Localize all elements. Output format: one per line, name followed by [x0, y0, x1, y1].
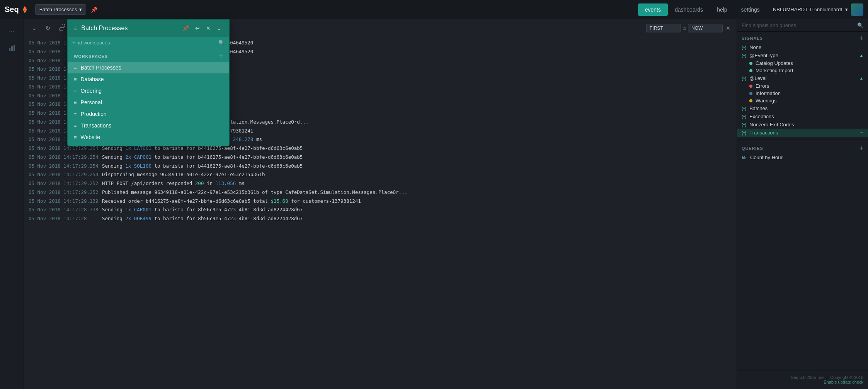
sidebar-ellipsis[interactable]: ··· [4, 24, 20, 38]
popup-item-website[interactable]: ≡ Website [68, 131, 229, 143]
nav-events[interactable]: events [638, 3, 668, 16]
signals-section-header: SIGNALS + [737, 32, 868, 43]
log-row: 05 Nov 2018 14:17:29.252 HTTP POST /api/… [24, 179, 737, 188]
popup-item-production[interactable]: ≡ Production [68, 108, 229, 120]
username-label: NBLUMHARDT-TP\nblumhardt [773, 7, 842, 12]
popup-actions: 📌 ↩ ✕ ⌄ [181, 24, 223, 32]
right-search-icon: 🔍 [857, 22, 863, 28]
refresh-btn[interactable]: ↻ [42, 23, 53, 33]
time-from-input[interactable] [646, 24, 681, 32]
time-range: to ✕ [646, 24, 732, 32]
signal-none-label: None [749, 44, 863, 50]
popup-close-btn[interactable]: ✕ [204, 24, 212, 32]
marketing-import-label: Marketing Import [756, 68, 793, 73]
popup-title-icon: ≡ [74, 25, 77, 32]
pin-workspace-icon[interactable]: 📌 [89, 5, 99, 14]
collapse-btn[interactable]: ⌄ [29, 23, 40, 33]
update-check-link[interactable]: Enable update check [824, 380, 863, 384]
signal-catalog-updates[interactable]: Catalog Updates [737, 59, 868, 67]
errors-label: Errors [756, 83, 769, 89]
popup-item-personal[interactable]: ≡ Personal [68, 97, 229, 108]
right-search-input[interactable] [742, 22, 854, 28]
signal-level[interactable]: (•) @Level ▲ [737, 74, 868, 82]
popup-undo-btn[interactable]: ↩ [194, 24, 201, 32]
popup-item-ordering[interactable]: ≡ Ordering [68, 85, 229, 97]
level-collapse-btn[interactable]: ▲ [859, 76, 863, 80]
log-row: 05 Nov 2018 14:17:29.252 Published messa… [24, 188, 737, 197]
link-btn[interactable] [56, 22, 69, 34]
signal-warnings[interactable]: Warnings [737, 97, 868, 104]
popup-collapse-btn[interactable]: ⌄ [215, 24, 223, 32]
popup-item-icon: ≡ [74, 123, 77, 129]
workspace-selector-arrow: ▾ [79, 7, 82, 12]
logo-text: Seq [5, 5, 19, 14]
panel-footer: Seq 5.0.2265-pre — Copyright © 2018 Enab… [737, 370, 868, 389]
workspace-selector[interactable]: Batch Processes ▾ [35, 4, 87, 15]
popup-item-icon: ≡ [74, 100, 77, 105]
svg-rect-6 [745, 157, 746, 159]
log-row: 05 Nov 2018 14:17:28.738 Sending 1x CAP0… [24, 206, 737, 214]
svg-rect-0 [9, 48, 10, 51]
log-row: 05 Nov 2018 14:17:29.254 Sending 1x SOL1… [24, 162, 737, 171]
signal-level-label: @Level [749, 75, 856, 81]
panel-divider [737, 139, 868, 139]
popup-item-database[interactable]: ≡ Database [68, 73, 229, 85]
signal-nonzero[interactable]: (•) Nonzero Exit Codes [737, 121, 868, 129]
sidebar-narrow: ··· [0, 19, 24, 389]
popup-item-icon: ≡ [74, 134, 77, 140]
add-signal-btn[interactable]: + [859, 35, 863, 42]
signal-none[interactable]: (•) None [737, 43, 868, 51]
query-count-by-hour[interactable]: Count by Hour [737, 153, 868, 161]
signal-eventtype-label: @EventType [749, 53, 856, 58]
nav-settings[interactable]: settings [734, 3, 767, 16]
username-arrow: ▾ [845, 7, 848, 12]
sidebar-chart-icon[interactable] [4, 41, 20, 55]
topbar: Seq Batch Processes ▾ 📌 events dashboard… [0, 0, 868, 19]
errors-dot [749, 85, 752, 88]
right-panel: 🔍 SIGNALS + (•) None (•) @EventType ▲ Ca… [737, 19, 868, 389]
nav-help[interactable]: help [710, 3, 734, 16]
add-query-btn[interactable]: + [859, 145, 863, 152]
popup-item-icon: ≡ [74, 111, 77, 117]
signal-eventtype[interactable]: (•) @EventType ▲ [737, 51, 868, 59]
popup-search-icon: 🔍 [218, 40, 225, 46]
svg-rect-4 [743, 157, 744, 159]
queries-section-header: QUERIES + [737, 142, 868, 153]
version-label: Seq 5.0.2265-pre — Copyright © 2018 [742, 375, 863, 380]
signal-nonzero-label: Nonzero Exit Codes [749, 122, 863, 127]
time-to-input[interactable] [688, 24, 723, 32]
svg-rect-2 [14, 45, 15, 51]
signal-transactions[interactable]: (•) Transactions ✏ [737, 129, 868, 137]
signal-eventtype-radio: (•) [742, 53, 746, 58]
signal-batches[interactable]: (•) Batches [737, 104, 868, 112]
eventtype-collapse-btn[interactable]: ▲ [859, 53, 863, 58]
nav-dashboards[interactable]: dashboards [668, 3, 710, 16]
app-logo: Seq [5, 5, 29, 14]
popup-pin-btn[interactable]: 📌 [181, 24, 191, 32]
popup-item-label: Batch Processes [81, 65, 121, 71]
transactions-edit-btn[interactable]: ✏ [860, 130, 863, 135]
catalog-updates-dot [749, 62, 752, 65]
signal-errors[interactable]: Errors [737, 82, 868, 90]
information-dot [749, 92, 752, 95]
popup-item-label: Transactions [81, 122, 112, 129]
popup-header: ≡ Batch Processes 📌 ↩ ✕ ⌄ [68, 20, 229, 37]
user-section: NBLUMHARDT-TP\nblumhardt ▾ [773, 3, 863, 16]
popup-item-icon: ≡ [74, 65, 77, 71]
user-avatar[interactable] [851, 3, 863, 16]
popup-item-batch-processes[interactable]: ≡ Batch Processes [68, 62, 229, 73]
queries-label: QUERIES [742, 146, 763, 151]
popup-item-label: Database [81, 76, 104, 82]
popup-add-workspace-btn[interactable]: + [219, 52, 223, 60]
signal-information[interactable]: Information [737, 90, 868, 97]
signal-exceptions[interactable]: (•) Exceptions [737, 112, 868, 121]
popup-item-transactions[interactable]: ≡ Transactions [68, 120, 229, 131]
catalog-updates-label: Catalog Updates [756, 60, 793, 66]
signal-batches-label: Batches [749, 105, 863, 111]
log-row: 05 Nov 2018 14:17:29.254 Dispatching mes… [24, 170, 737, 179]
warnings-label: Warnings [756, 98, 776, 104]
popup-item-label: Website [81, 134, 100, 140]
popup-search-input[interactable] [72, 40, 215, 46]
signal-marketing-import[interactable]: Marketing Import [737, 67, 868, 74]
clear-time-btn[interactable]: ✕ [724, 24, 732, 32]
